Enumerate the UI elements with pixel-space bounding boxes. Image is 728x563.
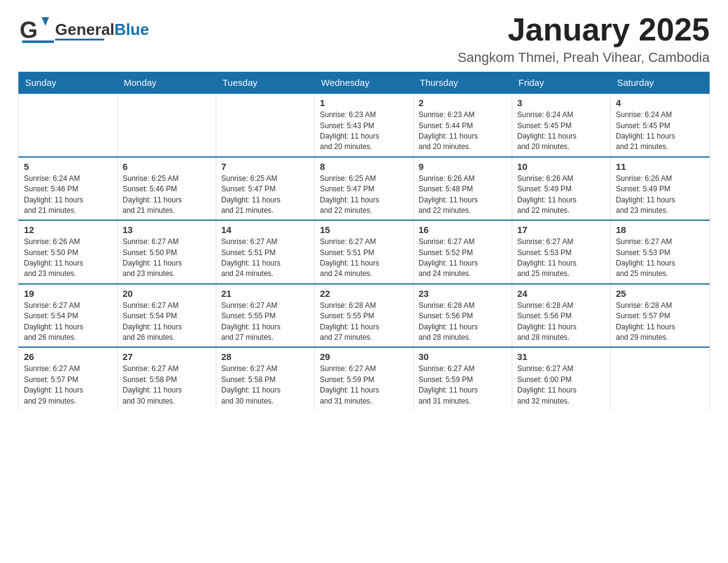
table-row: 11Sunrise: 6:26 AMSunset: 5:49 PMDayligh… [611, 157, 710, 221]
day-number: 12 [24, 224, 112, 235]
day-number: 14 [221, 224, 309, 235]
day-info: Sunrise: 6:27 AMSunset: 5:55 PMDaylight:… [221, 301, 309, 343]
table-row: 3Sunrise: 6:24 AMSunset: 5:45 PMDaylight… [512, 93, 611, 157]
table-row [19, 93, 118, 157]
table-row: 15Sunrise: 6:27 AMSunset: 5:51 PMDayligh… [315, 220, 414, 284]
day-number: 19 [24, 288, 112, 299]
day-number: 9 [419, 161, 507, 172]
table-row [118, 93, 216, 157]
table-row: 10Sunrise: 6:26 AMSunset: 5:49 PMDayligh… [512, 157, 611, 221]
col-saturday: Saturday [611, 72, 710, 94]
table-row: 17Sunrise: 6:27 AMSunset: 5:53 PMDayligh… [512, 220, 611, 284]
day-number: 23 [419, 288, 507, 299]
day-info: Sunrise: 6:26 AMSunset: 5:49 PMDaylight:… [517, 174, 605, 216]
day-number: 31 [517, 351, 605, 362]
table-row: 27Sunrise: 6:27 AMSunset: 5:58 PMDayligh… [118, 347, 216, 410]
table-row: 4Sunrise: 6:24 AMSunset: 5:45 PMDaylight… [611, 93, 710, 157]
day-info: Sunrise: 6:24 AMSunset: 5:46 PMDaylight:… [24, 174, 112, 216]
day-number: 15 [320, 224, 408, 235]
day-info: Sunrise: 6:27 AMSunset: 5:53 PMDaylight:… [517, 237, 605, 280]
day-info: Sunrise: 6:28 AMSunset: 5:55 PMDaylight:… [320, 301, 408, 343]
day-info: Sunrise: 6:23 AMSunset: 5:44 PMDaylight:… [419, 110, 507, 153]
logo-blue-text: Blue [115, 20, 149, 39]
day-number: 7 [221, 161, 309, 172]
day-info: Sunrise: 6:28 AMSunset: 5:56 PMDaylight:… [517, 301, 605, 343]
day-number: 28 [221, 351, 309, 362]
calendar-table: Sunday Monday Tuesday Wednesday Thursday… [18, 72, 710, 410]
table-row: 13Sunrise: 6:27 AMSunset: 5:50 PMDayligh… [118, 220, 216, 284]
day-number: 16 [419, 224, 507, 235]
day-number: 3 [517, 98, 605, 108]
day-number: 4 [616, 98, 704, 108]
table-row: 14Sunrise: 6:27 AMSunset: 5:51 PMDayligh… [216, 220, 315, 284]
calendar-week-row: 12Sunrise: 6:26 AMSunset: 5:50 PMDayligh… [19, 220, 710, 284]
day-info: Sunrise: 6:28 AMSunset: 5:56 PMDaylight:… [419, 301, 507, 343]
day-number: 1 [320, 98, 408, 108]
logo-general: GeneralBlue [55, 21, 149, 39]
day-number: 24 [517, 288, 605, 299]
day-number: 8 [320, 161, 408, 172]
calendar-week-row: 19Sunrise: 6:27 AMSunset: 5:54 PMDayligh… [19, 284, 710, 348]
logo: G GeneralBlue [18, 12, 149, 49]
calendar-week-row: 1Sunrise: 6:23 AMSunset: 5:43 PMDaylight… [19, 93, 710, 157]
day-info: Sunrise: 6:27 AMSunset: 5:50 PMDaylight:… [123, 237, 211, 280]
day-info: Sunrise: 6:28 AMSunset: 5:57 PMDaylight:… [616, 301, 704, 343]
col-monday: Monday [118, 72, 216, 94]
day-info: Sunrise: 6:27 AMSunset: 5:58 PMDaylight:… [123, 364, 211, 407]
day-number: 5 [24, 161, 112, 172]
day-info: Sunrise: 6:25 AMSunset: 5:46 PMDaylight:… [123, 174, 211, 216]
day-number: 25 [616, 288, 704, 299]
day-info: Sunrise: 6:27 AMSunset: 5:54 PMDaylight:… [123, 301, 211, 343]
table-row: 12Sunrise: 6:26 AMSunset: 5:50 PMDayligh… [19, 220, 118, 284]
month-year-title: January 2025 [458, 12, 710, 47]
col-tuesday: Tuesday [216, 72, 315, 94]
table-row [611, 347, 710, 410]
calendar-header-row: Sunday Monday Tuesday Wednesday Thursday… [19, 72, 710, 94]
day-info: Sunrise: 6:27 AMSunset: 5:53 PMDaylight:… [616, 237, 704, 280]
logo-underline [55, 39, 104, 40]
table-row: 16Sunrise: 6:27 AMSunset: 5:52 PMDayligh… [414, 220, 512, 284]
calendar-week-row: 5Sunrise: 6:24 AMSunset: 5:46 PMDaylight… [19, 157, 710, 221]
day-number: 6 [123, 161, 211, 172]
page-header: G GeneralBlue January 2025 Sangkom Thmei… [18, 12, 710, 66]
day-number: 17 [517, 224, 605, 235]
svg-marker-1 [42, 17, 49, 26]
table-row [216, 93, 315, 157]
day-info: Sunrise: 6:27 AMSunset: 5:57 PMDaylight:… [24, 364, 112, 407]
table-row: 29Sunrise: 6:27 AMSunset: 5:59 PMDayligh… [315, 347, 414, 410]
table-row: 28Sunrise: 6:27 AMSunset: 5:58 PMDayligh… [216, 347, 315, 410]
day-number: 21 [221, 288, 309, 299]
col-friday: Friday [512, 72, 611, 94]
day-info: Sunrise: 6:27 AMSunset: 5:52 PMDaylight:… [419, 237, 507, 280]
table-row: 24Sunrise: 6:28 AMSunset: 5:56 PMDayligh… [512, 284, 611, 348]
col-thursday: Thursday [414, 72, 512, 94]
day-info: Sunrise: 6:27 AMSunset: 5:59 PMDaylight:… [320, 364, 408, 407]
day-number: 22 [320, 288, 408, 299]
day-number: 27 [123, 351, 211, 362]
day-number: 29 [320, 351, 408, 362]
day-info: Sunrise: 6:27 AMSunset: 6:00 PMDaylight:… [517, 364, 605, 407]
day-info: Sunrise: 6:26 AMSunset: 5:48 PMDaylight:… [419, 174, 507, 216]
day-info: Sunrise: 6:25 AMSunset: 5:47 PMDaylight:… [221, 174, 309, 216]
table-row: 25Sunrise: 6:28 AMSunset: 5:57 PMDayligh… [611, 284, 710, 348]
day-info: Sunrise: 6:27 AMSunset: 5:51 PMDaylight:… [320, 237, 408, 280]
table-row: 26Sunrise: 6:27 AMSunset: 5:57 PMDayligh… [19, 347, 118, 410]
table-row: 23Sunrise: 6:28 AMSunset: 5:56 PMDayligh… [414, 284, 512, 348]
table-row: 31Sunrise: 6:27 AMSunset: 6:00 PMDayligh… [512, 347, 611, 410]
day-info: Sunrise: 6:26 AMSunset: 5:50 PMDaylight:… [24, 237, 112, 280]
day-number: 2 [419, 98, 507, 108]
day-number: 26 [24, 351, 112, 362]
table-row: 6Sunrise: 6:25 AMSunset: 5:46 PMDaylight… [118, 157, 216, 221]
table-row: 1Sunrise: 6:23 AMSunset: 5:43 PMDaylight… [315, 93, 414, 157]
day-info: Sunrise: 6:24 AMSunset: 5:45 PMDaylight:… [517, 110, 605, 153]
day-info: Sunrise: 6:26 AMSunset: 5:49 PMDaylight:… [616, 174, 704, 216]
table-row: 8Sunrise: 6:25 AMSunset: 5:47 PMDaylight… [315, 157, 414, 221]
day-info: Sunrise: 6:27 AMSunset: 5:59 PMDaylight:… [419, 364, 507, 407]
svg-text:G: G [20, 17, 38, 43]
table-row: 30Sunrise: 6:27 AMSunset: 5:59 PMDayligh… [414, 347, 512, 410]
logo-text-block: GeneralBlue [55, 21, 149, 40]
day-info: Sunrise: 6:27 AMSunset: 5:54 PMDaylight:… [24, 301, 112, 343]
calendar-week-row: 26Sunrise: 6:27 AMSunset: 5:57 PMDayligh… [19, 347, 710, 410]
day-info: Sunrise: 6:25 AMSunset: 5:47 PMDaylight:… [320, 174, 408, 216]
logo-general-text: General [55, 20, 115, 39]
